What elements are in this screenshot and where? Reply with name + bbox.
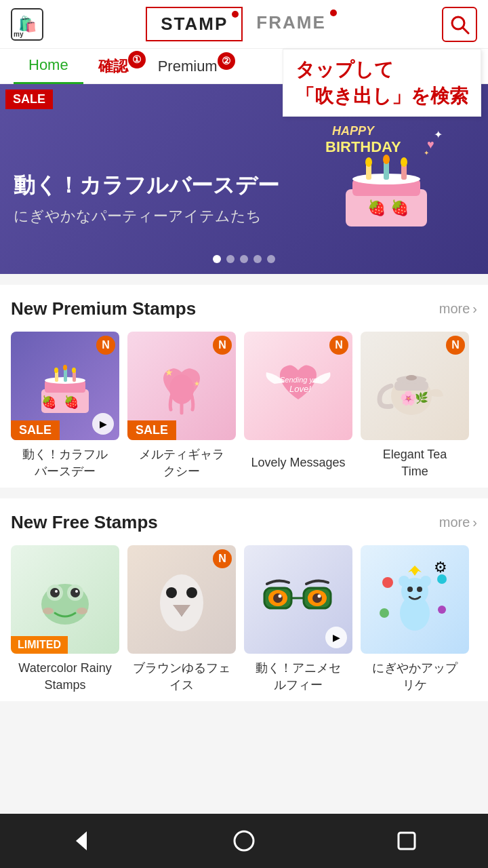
svg-point-71 — [380, 608, 389, 618]
svg-point-47 — [43, 608, 54, 614]
svg-point-26 — [54, 368, 58, 373]
svg-point-27 — [63, 365, 67, 370]
svg-text:🍓: 🍓 — [390, 199, 409, 217]
svg-point-50 — [166, 587, 177, 598]
n-badge-1: N — [96, 336, 115, 355]
new-free-header: New Free Stamps more › — [11, 512, 477, 533]
lovely-stamp-icon: Sending you Love! — [261, 349, 336, 423]
banner-dot-2 — [226, 255, 235, 263]
svg-point-64 — [417, 587, 422, 592]
free-stamp-grid: LIMITED Watercolor Rainy Stamps N ブラウン — [11, 545, 477, 694]
banner-dot-1 — [213, 255, 221, 263]
new-premium-header: New Premium Stamps more › — [11, 298, 477, 319]
banner-dots — [213, 255, 275, 263]
new-free-section: New Free Stamps more › — [0, 498, 488, 701]
n-badge-2: N — [213, 336, 232, 355]
premium-stamp-name-2: メルティギャラクシー — [127, 446, 236, 481]
svg-rect-76 — [399, 833, 415, 849]
chevron-right-icon: › — [472, 301, 477, 317]
shop-label: my — [14, 31, 23, 38]
premium-stamp-item-2[interactable]: ★ ★ N SALE メルティギャラクシー — [127, 332, 236, 481]
premium-stamp-item-4[interactable]: 🌸 🌿 N Elegant TeaTime — [361, 332, 469, 481]
premium-nav-item[interactable]: Premium ② — [143, 50, 232, 83]
svg-point-48 — [77, 608, 87, 614]
premium-thumb-4: 🌸 🌿 N — [361, 332, 469, 440]
free-stamp-name-3: 動く！アニメセルフィー — [244, 659, 352, 694]
annotation-bar: Home 確認 ① Premium ② タップして 「吹き出し」を検索 — [0, 49, 488, 84]
svg-point-70 — [438, 606, 446, 614]
svg-point-58 — [312, 593, 322, 603]
free-thumb-2: N — [127, 545, 236, 654]
melty-stamp-icon: ★ ★ — [148, 352, 216, 420]
stamp-tab[interactable]: STAMP — [146, 7, 243, 41]
best-nav-item[interactable]: 確認 ① — [83, 48, 143, 85]
svg-point-49 — [160, 574, 203, 631]
free-stamp-item-3[interactable]: ▶ 動く！アニメセルフィー — [244, 545, 352, 694]
svg-point-60 — [318, 595, 321, 598]
shop-icon[interactable]: 🛍️ my — [11, 8, 43, 41]
free-stamp-item-1[interactable]: LIMITED Watercolor Rainy Stamps — [11, 545, 119, 694]
home-circle-icon — [232, 829, 256, 853]
premium-stamp-item-1[interactable]: 🍓 🍓 N SALE ▶ 動く！カラフルバースデー — [11, 332, 119, 481]
search-button[interactable] — [442, 7, 477, 42]
home-button[interactable] — [224, 821, 264, 861]
free-stamp-name-4: にぎやかアップリケ — [361, 659, 469, 694]
premium-thumb-1: 🍓 🍓 N SALE ▶ — [11, 332, 119, 440]
recent-button[interactable] — [386, 821, 427, 861]
free-stamp-name-1: Watercolor Rainy Stamps — [11, 659, 119, 694]
svg-rect-24 — [64, 368, 67, 382]
banner-text: 動く！カラフルバースデー にぎやかなパーティーアイテムたち — [14, 171, 279, 226]
svg-point-59 — [279, 595, 282, 598]
play-btn-free-3[interactable]: ▶ — [325, 627, 347, 648]
svg-text:Sending you: Sending you — [280, 376, 321, 384]
new-premium-more[interactable]: more › — [439, 301, 477, 317]
limited-badge-1: LIMITED — [11, 636, 68, 654]
n-badge-4: N — [446, 336, 465, 355]
svg-point-14 — [383, 155, 390, 164]
premium-stamp-item-3[interactable]: Sending you Love! N Lovely Messages — [244, 332, 352, 481]
svg-text:BIRTHDAY: BIRTHDAY — [325, 138, 401, 155]
free-stamp-name-2: ブラウンゆるフェイス — [127, 659, 236, 694]
sub-nav: Home 確認 ① Premium ② — [14, 48, 232, 85]
new-free-more[interactable]: more › — [439, 515, 477, 530]
free-thumb-1: LIMITED — [11, 545, 119, 654]
svg-point-65 — [399, 576, 409, 587]
recent-square-icon — [394, 829, 419, 853]
banner-subtitle: にぎやかなパーティーアイテムたち — [14, 206, 279, 226]
circle-badge-2: ② — [218, 52, 235, 70]
play-btn-1[interactable]: ▶ — [92, 413, 114, 435]
banner-dot-3 — [240, 255, 248, 263]
sale-banner-1: SALE — [11, 420, 60, 440]
banner-sale-label: SALE — [5, 90, 53, 109]
frame-tab[interactable]: FRAME — [243, 7, 339, 41]
watercolor-stamp-icon — [28, 562, 102, 637]
svg-point-28 — [72, 368, 76, 373]
svg-text:🍓: 🍓 — [64, 395, 79, 410]
banner-title: 動く！カラフルバースデー — [14, 171, 279, 201]
banner-dot-5 — [267, 255, 275, 263]
top-bar: 🛍️ my STAMP FRAME — [0, 0, 488, 49]
svg-text:♥: ♥ — [427, 138, 434, 151]
stamp-dot-badge — [232, 11, 239, 18]
svg-point-69 — [437, 574, 447, 584]
free-stamp-item-2[interactable]: N ブラウンゆるフェイス — [127, 545, 236, 694]
premium-stamp-name-1: 動く！カラフルバースデー — [11, 446, 119, 481]
svg-point-13 — [365, 157, 372, 167]
free-thumb-4: ⚙ — [361, 545, 469, 654]
cake-illustration: HAPPY BIRTHDAY ✦ ✦ ♥ 🍓 🍓 — [319, 115, 454, 237]
bottom-nav — [0, 814, 488, 868]
svg-text:🍓: 🍓 — [41, 395, 57, 410]
svg-point-57 — [273, 593, 283, 603]
svg-text:★: ★ — [194, 380, 200, 387]
premium-thumb-2: ★ ★ N SALE — [127, 332, 236, 440]
frame-dot-badge — [330, 9, 337, 16]
svg-point-68 — [382, 577, 393, 588]
back-icon — [69, 829, 94, 853]
sale-banner-2: SALE — [127, 420, 176, 440]
free-stamp-item-4[interactable]: ⚙ にぎやかアップリケ — [361, 545, 469, 694]
svg-point-75 — [235, 831, 253, 850]
back-button[interactable] — [61, 821, 102, 861]
banner-image: HAPPY BIRTHDAY ✦ ✦ ♥ 🍓 🍓 — [298, 98, 474, 254]
home-nav-item[interactable]: Home — [14, 48, 83, 84]
elegant-stamp-icon: 🌸 🌿 — [374, 349, 455, 423]
